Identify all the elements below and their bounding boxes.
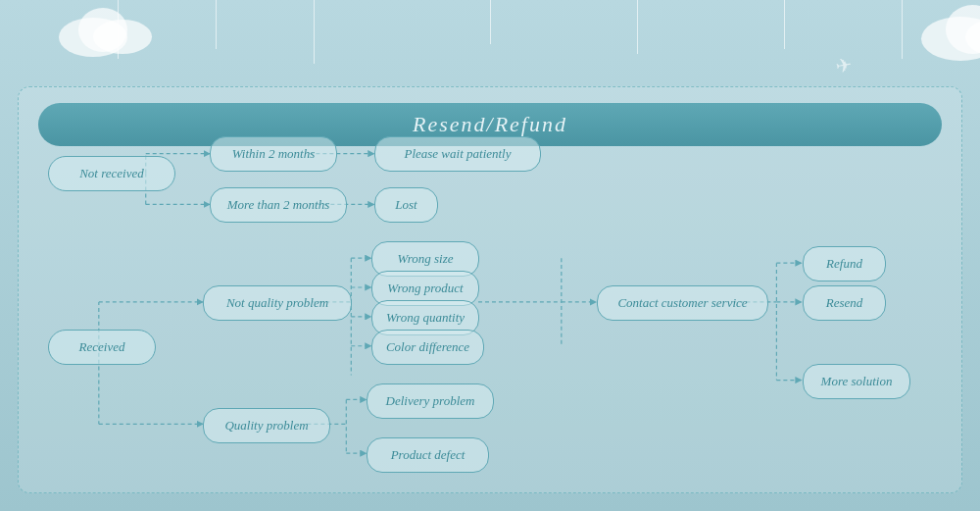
quality-problem-node: Quality problem [203, 408, 330, 443]
resend-node: Resend [803, 285, 886, 321]
received-node: Received [48, 330, 156, 365]
not-quality-problem-node: Not quality problem [203, 285, 352, 321]
refund-node: Refund [803, 246, 886, 281]
please-wait-node: Please wait patiently [374, 136, 541, 172]
delivery-problem-node: Delivery problem [367, 383, 494, 419]
product-defect-node: Product defect [367, 437, 489, 473]
not-received-node: Not received [48, 156, 175, 191]
contact-customer-node: Contact customer service [597, 285, 768, 321]
color-difference-node: Color difference [371, 330, 484, 365]
within-2-months-node: Within 2 months [210, 136, 337, 172]
lost-node: Lost [374, 187, 438, 223]
title: Resend/Refund [413, 112, 567, 137]
more-solution-node: More solution [803, 364, 910, 399]
more-than-2-months-node: More than 2 months [210, 187, 347, 223]
main-container: Resend/Refund [18, 86, 962, 493]
